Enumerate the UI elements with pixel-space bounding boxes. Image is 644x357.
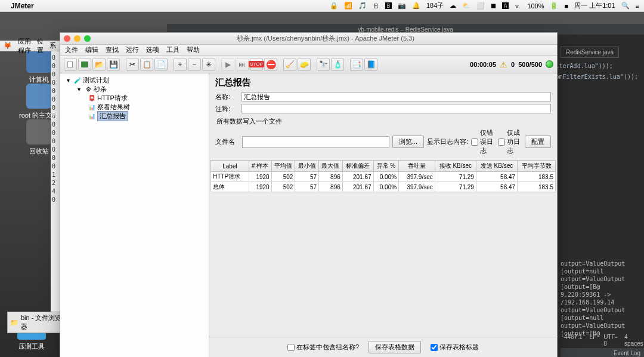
menubar-status-item[interactable]: 🔒 bbox=[330, 2, 338, 10]
errors-only-checkbox[interactable]: 仅错误日志 bbox=[471, 128, 495, 155]
table-header[interactable]: Label bbox=[211, 161, 249, 172]
menubar-status-item[interactable]: 🅰 bbox=[502, 2, 509, 10]
comment-input[interactable] bbox=[242, 104, 551, 113]
menubar-status-item[interactable]: 🔔 bbox=[412, 2, 420, 10]
save-table-header-checkbox[interactable]: 保存表格标题 bbox=[431, 343, 479, 352]
toggle-button[interactable]: ✳ bbox=[202, 58, 215, 71]
menubar-status-item[interactable]: 🔍 bbox=[621, 2, 630, 10]
gnome-sys[interactable]: 系 bbox=[49, 41, 56, 50]
gnome-panel[interactable]: 🦊 应用程序 位置 系 bbox=[0, 41, 60, 51]
table-header[interactable]: 异常 % bbox=[373, 161, 399, 172]
menubar-status-item[interactable]: ≡ bbox=[636, 2, 639, 10]
table-header[interactable]: 吞吐量 bbox=[399, 161, 435, 172]
ide-tab[interactable]: RedisService.java bbox=[561, 47, 619, 58]
menu-item[interactable]: 工具 bbox=[166, 45, 179, 54]
active-app-name[interactable]: JMeter bbox=[11, 2, 34, 10]
menu-item[interactable]: 查找 bbox=[106, 45, 119, 54]
summary-table-container[interactable]: Label# 样本平均值最小值最大值标准偏差异常 %吞吐量接收 KB/sec发送… bbox=[210, 160, 556, 337]
new-button[interactable] bbox=[64, 58, 77, 71]
close-icon[interactable] bbox=[64, 35, 70, 42]
menubar-status-item[interactable]: 📶 bbox=[344, 2, 352, 10]
table-row[interactable]: 总体192050257896201.670.00%397.9/sec71.295… bbox=[211, 182, 556, 192]
table-header[interactable]: 发送 KB/sec bbox=[476, 161, 517, 172]
test-plan-tree[interactable]: ▾🧪测试计划 ▾⚙秒杀 📮HTTP请求 📊察看结果树 📊汇总报告 bbox=[60, 73, 209, 357]
menubar-status-item[interactable]: ☁ bbox=[450, 2, 456, 10]
menubar-status-item[interactable]: 📷 bbox=[398, 2, 406, 10]
menubar-right: 🔒📶🎵🎚🅱📷🔔184子☁⛅⬜◼🅰ᯤ100%🔋■周一 上午1:01🔍≡ bbox=[330, 1, 639, 10]
warning-icon[interactable]: ⚠ bbox=[500, 60, 507, 69]
menubar-status-item[interactable]: ◼ bbox=[491, 2, 496, 10]
tree-threadgroup[interactable]: ▾⚙秒杀 bbox=[61, 85, 208, 94]
jmeter-toolbar[interactable]: 📂 💾 ✂ 📋 📄 ＋ － ✳ ▶ ⏭ STOP ⛔ 🧹 🧽 🔭 🧴 📑 📘 bbox=[60, 56, 557, 73]
menubar-status-item[interactable]: 🔋 bbox=[550, 2, 558, 10]
open-button[interactable]: 📂 bbox=[92, 58, 106, 71]
menu-item[interactable]: 运行 bbox=[126, 45, 139, 54]
save-table-data-button[interactable]: 保存表格数据 bbox=[369, 341, 421, 353]
help-button[interactable]: 📘 bbox=[364, 58, 377, 71]
expand-button[interactable]: ＋ bbox=[174, 58, 187, 71]
save-button[interactable]: 💾 bbox=[107, 58, 120, 71]
menubar-status-item[interactable]: ■ bbox=[564, 2, 568, 10]
menubar-status-item[interactable]: 184子 bbox=[426, 1, 444, 10]
configure-button[interactable]: 配置 bbox=[525, 136, 551, 148]
menubar-status-item[interactable]: 周一 上午1:01 bbox=[574, 1, 615, 10]
gnome-places[interactable]: 位置 bbox=[37, 37, 44, 55]
jmeter-menubar[interactable]: 文件编辑查找运行选项工具帮助 bbox=[60, 45, 557, 56]
gnome-apps[interactable]: 应用程序 bbox=[18, 37, 31, 55]
tree-summary-report[interactable]: 📊汇总报告 bbox=[61, 112, 208, 121]
stop-button[interactable]: STOP bbox=[250, 58, 263, 71]
svg-rect-0 bbox=[68, 61, 73, 67]
taskbar-filebrowser[interactable]: 📁bin - 文件浏览器 bbox=[7, 312, 67, 333]
table-header[interactable]: 最小值 bbox=[295, 161, 319, 172]
filename-input[interactable] bbox=[242, 136, 389, 148]
menu-item[interactable]: 帮助 bbox=[187, 45, 200, 54]
search-button[interactable]: 🔭 bbox=[317, 58, 330, 71]
menubar-status-item[interactable]: ⬜ bbox=[476, 2, 485, 10]
table-header[interactable]: 平均字节数 bbox=[518, 161, 556, 172]
success-only-checkbox[interactable]: 仅成功日志 bbox=[498, 128, 522, 155]
menu-item[interactable]: 编辑 bbox=[85, 45, 98, 54]
paste-button[interactable]: 📄 bbox=[154, 58, 168, 71]
collapse-button[interactable]: － bbox=[188, 58, 201, 71]
browse-button[interactable]: 浏览... bbox=[392, 136, 424, 148]
tree-testplan[interactable]: ▾🧪测试计划 bbox=[61, 76, 208, 85]
clear-all-button[interactable]: 🧽 bbox=[298, 58, 311, 71]
menubar-status-item[interactable]: 🅱 bbox=[385, 2, 392, 10]
window-controls[interactable] bbox=[64, 35, 91, 42]
ide-statusbar: Event Log bbox=[561, 348, 644, 357]
window-title: 秒杀.jmx (/Users/chenyanbin/秒杀.jmx) - Apac… bbox=[98, 34, 553, 43]
bottom-bar: 在标签中包含组名称? 保存表格数据 保存表格标题 bbox=[209, 337, 557, 357]
menubar-status-item[interactable]: 100% bbox=[527, 2, 544, 10]
table-header[interactable]: 标准偏差 bbox=[342, 161, 373, 172]
table-header[interactable]: 平均值 bbox=[271, 161, 295, 172]
start-notimers-button[interactable]: ⏭ bbox=[236, 58, 249, 71]
table-header[interactable]: 接收 KB/sec bbox=[435, 161, 476, 172]
tree-view-results-tree[interactable]: 📊察看结果树 bbox=[61, 103, 208, 112]
table-header[interactable]: 最大值 bbox=[319, 161, 343, 172]
desktop-icon-trash[interactable]: 回收站 bbox=[18, 119, 60, 156]
menubar-status-item[interactable]: ⛅ bbox=[462, 2, 470, 10]
event-log-label[interactable]: Event Log bbox=[614, 350, 640, 356]
table-header[interactable]: # 样本 bbox=[249, 161, 271, 172]
menubar-status-item[interactable]: 🎵 bbox=[358, 2, 367, 10]
menubar-status-item[interactable]: 🎚 bbox=[373, 2, 379, 10]
minimize-icon[interactable] bbox=[74, 35, 80, 42]
zoom-icon[interactable] bbox=[84, 35, 91, 42]
start-button[interactable]: ▶ bbox=[221, 58, 234, 71]
copy-button[interactable]: 📋 bbox=[140, 58, 153, 71]
menu-item[interactable]: 文件 bbox=[65, 45, 78, 54]
function-helper-button[interactable]: 📑 bbox=[350, 58, 363, 71]
templates-button[interactable] bbox=[78, 58, 91, 71]
menu-item[interactable]: 选项 bbox=[146, 45, 159, 54]
tree-http-request[interactable]: 📮HTTP请求 bbox=[61, 94, 208, 103]
menubar-status-item[interactable]: ᯤ bbox=[515, 2, 521, 10]
reset-search-button[interactable]: 🧴 bbox=[331, 58, 344, 71]
shutdown-button[interactable]: ⛔ bbox=[264, 58, 277, 71]
mac-menubar[interactable]: JMeter 🔒📶🎵🎚🅱📷🔔184子☁⛅⬜◼🅰ᯤ100%🔋■周一 上午1:01🔍… bbox=[0, 0, 644, 12]
cut-button[interactable]: ✂ bbox=[126, 58, 139, 71]
clear-button[interactable]: 🧹 bbox=[283, 58, 296, 71]
include-group-checkbox[interactable]: 在标签中包含组名称? bbox=[287, 343, 359, 352]
name-input[interactable] bbox=[242, 92, 551, 101]
table-row[interactable]: HTTP请求192050257896201.670.00%397.9/sec71… bbox=[211, 172, 556, 182]
jmeter-titlebar[interactable]: 秒杀.jmx (/Users/chenyanbin/秒杀.jmx) - Apac… bbox=[60, 33, 557, 45]
